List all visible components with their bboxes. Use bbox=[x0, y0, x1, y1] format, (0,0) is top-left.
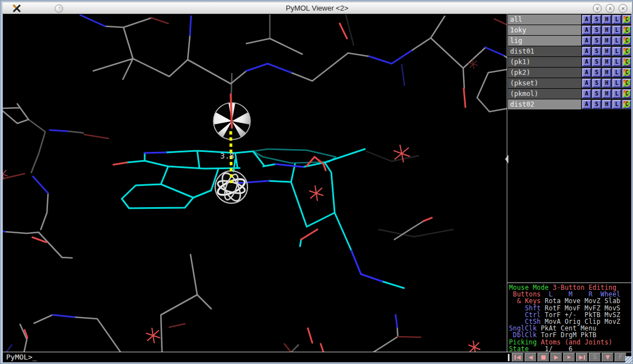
h-menu-button[interactable]: H bbox=[602, 68, 611, 77]
s-menu-button[interactable]: S bbox=[592, 36, 601, 45]
skip-end-icon bbox=[584, 355, 585, 360]
c-menu-button[interactable]: C bbox=[622, 36, 631, 45]
protein-wireframe bbox=[3, 15, 507, 352]
molecular-viewport[interactable]: 3.8 bbox=[3, 14, 507, 352]
h-menu-button[interactable]: H bbox=[602, 58, 611, 66]
a-menu-button[interactable]: A bbox=[582, 68, 591, 77]
object-name[interactable]: (pkset) bbox=[508, 78, 581, 88]
object-row-all: allASHLC bbox=[508, 15, 631, 25]
object-name[interactable]: (pk1) bbox=[508, 57, 581, 67]
object-list: allASHLC1okyASHLCligASHLCdist01ASHLC(pk1… bbox=[508, 15, 631, 110]
object-name[interactable]: all bbox=[508, 15, 581, 25]
object-name[interactable]: (pkmol) bbox=[508, 89, 581, 99]
s-button-label: S bbox=[593, 355, 597, 360]
s-menu-button[interactable]: S bbox=[592, 68, 601, 77]
forward-icon: ▶ bbox=[567, 355, 570, 360]
l-menu-button[interactable]: L bbox=[612, 100, 621, 109]
s-menu-button[interactable]: S bbox=[592, 100, 601, 109]
a-menu-button[interactable]: A bbox=[582, 79, 591, 88]
object-name[interactable]: dist01 bbox=[508, 46, 581, 56]
a-menu-button[interactable]: A bbox=[582, 89, 591, 98]
mouse-mode-panel[interactable]: Mouse Mode 3-Button Editing Buttons L M … bbox=[507, 282, 631, 352]
title-bar[interactable]: PyMOL Viewer <2> ∨ ∧ × bbox=[2, 2, 632, 14]
step-back-button[interactable]: ◀ bbox=[525, 353, 536, 362]
close-button[interactable]: × bbox=[618, 4, 627, 13]
l-menu-button[interactable]: L bbox=[612, 58, 621, 66]
stop-button[interactable]: ■ bbox=[537, 353, 549, 362]
c-menu-button[interactable]: C bbox=[622, 58, 631, 66]
movie-menu-button[interactable]: ▼ bbox=[602, 353, 613, 362]
a-menu-button[interactable]: A bbox=[582, 47, 591, 56]
s-menu-button[interactable]: S bbox=[592, 58, 601, 66]
l-menu-button[interactable]: L bbox=[612, 47, 621, 56]
object-row-pk1: (pk1)ASHLC bbox=[508, 57, 631, 67]
a-menu-button[interactable]: A bbox=[582, 58, 591, 66]
c-menu-button[interactable]: C bbox=[622, 89, 631, 98]
minimize-button[interactable]: ∨ bbox=[593, 4, 602, 13]
s-menu-button[interactable]: S bbox=[592, 26, 601, 35]
playbar-grip-icon bbox=[508, 354, 510, 361]
object-row-lig: ligASHLC bbox=[508, 36, 631, 46]
s-button[interactable]: S bbox=[589, 353, 601, 362]
down-icon: ▼ bbox=[606, 355, 610, 360]
skip-end-icon: ▶ bbox=[579, 355, 583, 360]
l-menu-button[interactable]: L bbox=[612, 79, 621, 88]
nitrogen-bonds bbox=[3, 15, 503, 327]
object-row-dist02: dist02ASHLC bbox=[508, 99, 631, 109]
l-menu-button[interactable]: L bbox=[612, 26, 621, 35]
a-menu-button[interactable]: A bbox=[582, 15, 591, 24]
a-menu-button[interactable]: A bbox=[582, 26, 591, 35]
back-icon: ◀ bbox=[529, 355, 533, 360]
step-forward-button[interactable]: ▶ bbox=[563, 353, 575, 362]
c-menu-button[interactable]: C bbox=[622, 26, 631, 35]
pymol-viewer-window: PyMOL Viewer <2> ∨ ∧ × bbox=[0, 0, 633, 364]
h-menu-button[interactable]: H bbox=[602, 47, 611, 56]
object-row-pk2: (pk2)ASHLC bbox=[508, 68, 631, 78]
maximize-button[interactable]: ∧ bbox=[606, 4, 615, 13]
stop-icon: ■ bbox=[541, 355, 546, 360]
object-name[interactable]: 1oky bbox=[508, 25, 581, 35]
window-title: PyMOL Viewer <2> bbox=[2, 4, 632, 12]
h-menu-button[interactable]: H bbox=[602, 15, 611, 24]
s-menu-button[interactable]: S bbox=[592, 89, 601, 98]
l-menu-button[interactable]: L bbox=[612, 89, 621, 98]
command-line-input[interactable]: PyMOL>_ bbox=[3, 352, 507, 362]
c-menu-button[interactable]: C bbox=[622, 68, 631, 77]
ligand-sticks bbox=[113, 149, 404, 288]
h-menu-button[interactable]: H bbox=[602, 36, 611, 45]
window-resize-grip-icon[interactable] bbox=[625, 356, 632, 363]
l-menu-button[interactable]: L bbox=[612, 15, 621, 24]
object-row-pkmol: (pkmol)ASHLC bbox=[508, 89, 631, 99]
h-menu-button[interactable]: H bbox=[602, 79, 611, 88]
distance-label: 3.8 bbox=[220, 151, 234, 160]
h-menu-button[interactable]: H bbox=[602, 100, 611, 109]
h-menu-button[interactable]: H bbox=[602, 89, 611, 98]
s-menu-button[interactable]: S bbox=[592, 47, 601, 56]
l-menu-button[interactable]: L bbox=[612, 36, 621, 45]
h-menu-button[interactable]: H bbox=[602, 26, 611, 35]
rewind-button[interactable]: ◀ bbox=[512, 353, 523, 362]
object-row-1oky: 1okyASHLC bbox=[508, 25, 631, 35]
play-button[interactable]: ▶ bbox=[550, 353, 562, 362]
water-stars bbox=[3, 60, 480, 352]
s-menu-button[interactable]: S bbox=[592, 79, 601, 88]
c-menu-button[interactable]: C bbox=[622, 79, 631, 88]
skip-start-icon: ◀ bbox=[516, 355, 521, 360]
a-menu-button[interactable]: A bbox=[582, 36, 591, 45]
l-menu-button[interactable]: L bbox=[612, 68, 621, 77]
s-menu-button[interactable]: S bbox=[592, 15, 601, 24]
c-menu-button[interactable]: C bbox=[622, 15, 631, 24]
fast-forward-button[interactable]: ▶ bbox=[576, 353, 588, 362]
object-name[interactable]: dist02 bbox=[508, 99, 581, 109]
movie-playback-bar: ◀◀■▶▶▶S▼F bbox=[507, 352, 631, 362]
skip-start-icon bbox=[515, 355, 516, 360]
a-menu-button[interactable]: A bbox=[582, 100, 591, 109]
c-menu-button[interactable]: C bbox=[622, 47, 631, 56]
object-name[interactable]: lig bbox=[508, 36, 581, 46]
play-icon: ▶ bbox=[554, 355, 559, 360]
c-menu-button[interactable]: C bbox=[622, 100, 631, 109]
control-panel: allASHLC1okyASHLCligASHLCdist01ASHLC(pk1… bbox=[507, 14, 631, 362]
object-row-dist01: dist01ASHLC bbox=[508, 46, 631, 56]
object-name[interactable]: (pk2) bbox=[508, 68, 581, 78]
f-button[interactable]: F bbox=[615, 353, 626, 362]
